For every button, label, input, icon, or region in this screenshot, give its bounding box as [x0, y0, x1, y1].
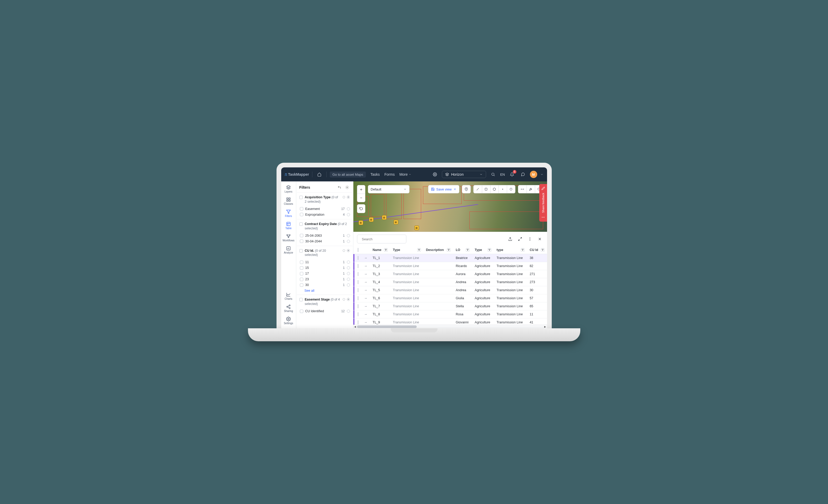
table-row[interactable]: → TL_8 Transmission Line Rosa Agricultur…	[354, 310, 547, 319]
row-expand[interactable]: →	[362, 294, 370, 302]
column-filter-button[interactable]	[447, 248, 451, 252]
row-expand[interactable]: →	[362, 319, 370, 325]
rail-classes[interactable]: Classes	[282, 196, 295, 207]
close-table-button[interactable]	[536, 236, 543, 243]
row-checkbox[interactable]	[358, 288, 358, 292]
rail-table[interactable]: Table	[282, 220, 295, 231]
filter-radio[interactable]	[347, 266, 350, 269]
scrollbar-thumb[interactable]	[357, 326, 417, 328]
column-filter-button[interactable]	[521, 248, 525, 252]
draw-polygon-tool[interactable]	[490, 185, 498, 193]
rail-settings[interactable]: Settings	[282, 315, 295, 326]
table-row[interactable]: → TL_4 Transmission Line Andrea Agricult…	[354, 278, 547, 286]
filter-option[interactable]: 17 1	[299, 271, 350, 277]
column-header[interactable]: Type	[472, 246, 494, 254]
close-icon[interactable]	[453, 187, 456, 191]
row-checkbox[interactable]	[358, 320, 358, 324]
zoom-in-button[interactable]: ＋	[357, 185, 365, 194]
see-all-link[interactable]: See all	[299, 288, 350, 293]
filter-radio[interactable]	[347, 272, 350, 275]
column-filter-button[interactable]	[488, 248, 491, 252]
filter-radio[interactable]	[347, 278, 350, 281]
filter-group-checkbox[interactable]	[299, 196, 303, 199]
draw-line-tool[interactable]	[473, 185, 482, 193]
row-expand[interactable]: →	[362, 310, 370, 319]
horizontal-scrollbar[interactable]: ◀ ▶	[354, 325, 547, 328]
settings-gear-button[interactable]	[431, 170, 439, 178]
rail-layers[interactable]: Layers	[282, 183, 295, 195]
filter-checkbox[interactable]	[300, 207, 303, 210]
export-button[interactable]	[506, 236, 514, 243]
column-filter-button[interactable]	[466, 248, 469, 252]
rail-analyze[interactable]: Analyze	[282, 245, 295, 256]
project-selector[interactable]: Horizon	[442, 171, 486, 178]
row-expand[interactable]: →	[362, 270, 370, 278]
row-checkbox[interactable]	[358, 304, 358, 308]
filter-option[interactable]: 11 1	[299, 259, 350, 265]
nav-tasks[interactable]: Tasks	[371, 172, 380, 176]
expand-button[interactable]	[516, 236, 524, 243]
filter-config-button[interactable]	[346, 195, 350, 200]
filter-clear-button[interactable]	[342, 297, 345, 302]
filter-radio[interactable]	[347, 234, 350, 237]
rail-sharing[interactable]: Sharing	[282, 303, 295, 314]
notifications-button[interactable]: 6	[508, 170, 516, 178]
filter-config-button[interactable]	[346, 249, 350, 253]
column-header[interactable]: Description	[423, 246, 453, 254]
filter-checkbox[interactable]	[300, 213, 303, 216]
row-checkbox[interactable]	[358, 256, 358, 260]
column-header[interactable]: CU Id	[527, 246, 547, 254]
filters-settings-button[interactable]	[344, 184, 350, 190]
user-avatar[interactable]: M	[530, 171, 537, 178]
row-checkbox[interactable]	[358, 264, 358, 268]
chevron-down-icon[interactable]	[540, 173, 543, 176]
filter-option[interactable]: CU Identified 12	[299, 308, 350, 314]
filter-clear-button[interactable]	[342, 195, 345, 200]
filter-radio[interactable]	[347, 309, 350, 313]
map-view[interactable]: ▦ ▦ ▦ ▦ ▦ ＋ － Default	[354, 181, 547, 232]
table-row[interactable]: → TL_2 Transmission Line Ricardo Agricul…	[354, 262, 547, 270]
filter-option[interactable]: Expropriation 4	[299, 212, 350, 217]
draw-point-tool[interactable]	[498, 185, 507, 193]
filter-option[interactable]: 15 1	[299, 265, 350, 271]
filter-radio[interactable]	[347, 260, 350, 264]
filters-reset-button[interactable]	[336, 184, 342, 190]
column-header[interactable]: Name	[370, 246, 390, 254]
rail-filters[interactable]: Filters	[282, 208, 295, 219]
filter-radio[interactable]	[347, 207, 350, 210]
table-row[interactable]: → TL_7 Transmission Line Stella Agricult…	[354, 302, 547, 310]
filter-radio[interactable]	[347, 240, 350, 243]
filter-checkbox[interactable]	[300, 309, 303, 313]
column-header[interactable]: type	[494, 246, 527, 254]
search-button[interactable]	[489, 170, 497, 178]
zoom-out-button[interactable]: －	[357, 194, 365, 202]
app-logo[interactable]: ⎍ TaskMapper	[285, 172, 309, 176]
map-locate-tool[interactable]	[462, 185, 471, 193]
filter-group-checkbox[interactable]	[299, 249, 303, 253]
row-expand[interactable]: →	[362, 278, 370, 286]
filter-option[interactable]: Easement 17	[299, 206, 350, 212]
table-row[interactable]: → TL_6 Transmission Line Giulia Agricult…	[354, 294, 547, 302]
column-header[interactable]: LO	[453, 246, 472, 254]
table-row[interactable]: → TL_1 Transmission Line Beatrice Agricu…	[354, 254, 547, 262]
filter-checkbox[interactable]	[300, 234, 303, 237]
table-more-button[interactable]	[526, 236, 534, 243]
filter-config-button[interactable]	[346, 297, 350, 302]
filter-checkbox[interactable]	[300, 278, 303, 281]
search-input[interactable]	[362, 237, 406, 241]
nav-forms[interactable]: Forms	[384, 172, 395, 176]
scroll-right-button[interactable]: ▶	[543, 325, 547, 328]
filter-radio[interactable]	[347, 283, 350, 287]
nav-more[interactable]: More	[399, 172, 411, 176]
column-filter-button[interactable]	[417, 248, 421, 252]
filter-option[interactable]: 30-04-2044 1	[299, 239, 350, 244]
row-expand[interactable]: →	[362, 262, 370, 270]
scroll-left-button[interactable]: ◀	[354, 325, 357, 328]
filter-clear-button[interactable]	[342, 249, 345, 253]
edit-tool[interactable]	[527, 185, 535, 193]
filter-checkbox[interactable]	[300, 240, 303, 243]
row-expand[interactable]: →	[362, 254, 370, 262]
feedback-tab[interactable]: Share feedback	[539, 184, 547, 222]
filter-checkbox[interactable]	[300, 272, 303, 276]
column-header[interactable]: Type	[390, 246, 423, 254]
